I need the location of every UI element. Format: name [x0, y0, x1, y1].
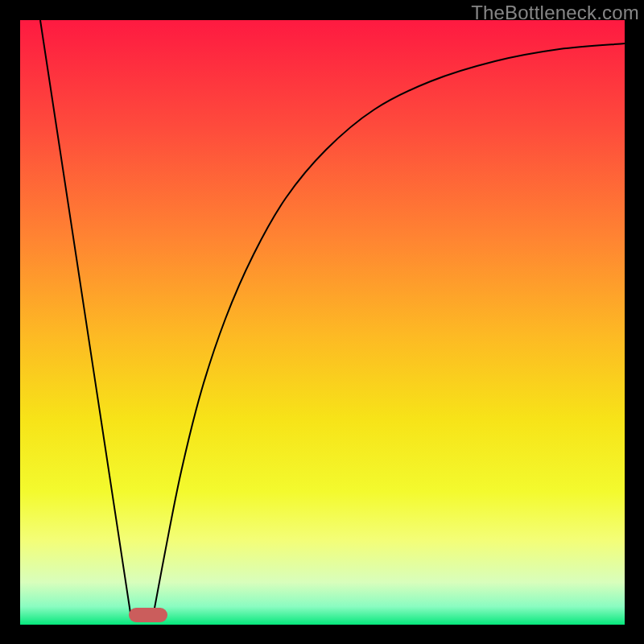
bottleneck-curve: [40, 20, 625, 618]
curve-layer: [20, 20, 625, 625]
watermark-text: TheBottleneck.com: [471, 2, 639, 24]
optimal-marker: [129, 608, 167, 622]
chart-frame: TheBottleneck.com: [0, 0, 644, 644]
plot-area: [20, 20, 625, 625]
